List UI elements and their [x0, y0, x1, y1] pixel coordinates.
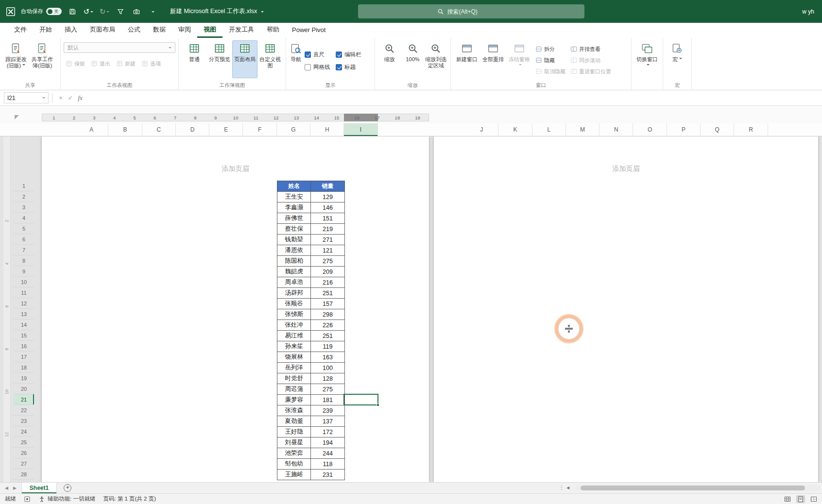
hscroll-left-arrow-icon[interactable]: ◀	[566, 486, 569, 490]
value-cell[interactable]: 151	[311, 213, 344, 224]
row-header[interactable]: 18	[14, 362, 34, 373]
sheet-page-1[interactable]: 添加页眉 姓名 销量 王生安 129 李鑫灏 146 薛佛世 151	[42, 136, 429, 482]
name-cell[interactable]: 王好隐	[277, 427, 311, 437]
name-cell[interactable]: 孙来笙	[277, 341, 311, 352]
row-header[interactable]: 17	[14, 352, 34, 362]
value-cell[interactable]: 163	[311, 352, 344, 363]
window-small-button[interactable]: 隐藏	[533, 55, 567, 65]
window-small-button[interactable]: 取消隐藏	[533, 67, 567, 76]
value-cell[interactable]: 157	[311, 299, 344, 309]
name-cell[interactable]: 廉梦容	[277, 395, 311, 405]
table-header-cell[interactable]: 姓名	[277, 181, 311, 192]
sheet-tab[interactable]: Sheet1	[21, 483, 57, 493]
ribbon-tab[interactable]: 文件	[8, 23, 33, 38]
row-header[interactable]: 8	[14, 255, 34, 266]
row-header[interactable]: 12	[14, 298, 34, 309]
window-button[interactable]: 冻结窗格	[506, 40, 532, 78]
row-header[interactable]: 28	[14, 469, 34, 480]
row-header[interactable]: 1	[14, 181, 34, 191]
name-cell[interactable]: 池荣弈	[277, 448, 311, 459]
column-header[interactable]: R	[734, 123, 768, 136]
search-input[interactable]	[447, 8, 506, 15]
column-header[interactable]: L	[532, 123, 566, 136]
row-header[interactable]: 27	[14, 458, 34, 469]
undo-button[interactable]: ↺	[83, 6, 94, 17]
value-cell[interactable]: 121	[311, 245, 344, 256]
sheet-view-button[interactable]: 退出	[89, 59, 112, 68]
row-header[interactable]: 23	[14, 416, 34, 426]
table-header-cell[interactable]: 销量	[311, 181, 344, 192]
document-title[interactable]: 新建 Microsoft Excel 工作表.xlsx	[170, 7, 264, 16]
column-header[interactable]: E	[209, 123, 243, 136]
user-name[interactable]: w yh	[802, 0, 814, 23]
window-small-button[interactable]: 并排查看	[568, 44, 613, 54]
row-header[interactable]: 4	[14, 213, 34, 223]
share-button[interactable]: 跟踪更改(旧版)	[3, 40, 29, 78]
filter-button[interactable]	[115, 6, 126, 17]
name-cell[interactable]: 汤辟邦	[277, 288, 311, 299]
row-header[interactable]: 25	[14, 437, 34, 448]
share-button[interactable]: 共享工作簿(旧版)	[29, 40, 55, 78]
name-cell[interactable]: 时党舒	[277, 373, 311, 384]
insert-function-button[interactable]: fx	[75, 93, 85, 103]
window-button[interactable]: 新建窗口	[454, 40, 480, 78]
name-cell[interactable]: 魏皑虎	[277, 267, 311, 277]
ribbon-tab[interactable]: 帮助	[260, 23, 286, 38]
value-cell[interactable]: 251	[311, 288, 344, 299]
value-cell[interactable]: 271	[311, 235, 344, 245]
column-header[interactable]: F	[243, 123, 276, 136]
value-cell[interactable]: 244	[311, 448, 344, 459]
ribbon-tab[interactable]: 数据	[147, 23, 172, 38]
name-cell[interactable]: 陈国柏	[277, 256, 311, 267]
tab-scroll-grip-icon[interactable]: ⋮	[559, 484, 565, 491]
column-header[interactable]: D	[176, 123, 209, 136]
name-cell[interactable]: 李鑫灏	[277, 202, 311, 213]
name-cell[interactable]: 潘恩依	[277, 245, 311, 256]
show-checkbox[interactable]: 直尺	[305, 49, 336, 61]
autosave-toggle[interactable]: 关	[46, 8, 62, 15]
column-header[interactable]: N	[599, 123, 633, 136]
column-header[interactable]: C	[142, 123, 176, 136]
redo-button[interactable]: ↻	[99, 6, 110, 17]
row-header[interactable]: 19	[14, 373, 34, 384]
row-header[interactable]: 21	[14, 394, 34, 405]
column-header[interactable]: J	[465, 123, 498, 136]
autosave-control[interactable]: 自动保存 关	[21, 8, 62, 15]
name-cell[interactable]: 薛佛世	[277, 213, 311, 224]
name-cell[interactable]: 蔡壮保	[277, 224, 311, 235]
sheet-nav-right-icon[interactable]: ▶	[13, 486, 17, 490]
value-cell[interactable]: 100	[311, 363, 344, 373]
column-header[interactable]: B	[108, 123, 142, 136]
add-header-placeholder[interactable]: 添加页眉	[42, 165, 429, 173]
column-header[interactable]: A	[75, 123, 108, 136]
page-layout-view-button[interactable]	[796, 495, 805, 503]
name-cell[interactable]: 张悌斯	[277, 309, 311, 320]
value-cell[interactable]: 172	[311, 427, 344, 437]
zoom-button[interactable]: 缩放	[378, 40, 401, 78]
horizontal-scrollbar[interactable]	[576, 485, 820, 491]
add-sheet-button[interactable]: +	[64, 484, 71, 492]
name-cell[interactable]: 周迟蒲	[277, 384, 311, 395]
row-header[interactable]: 10	[14, 277, 34, 287]
row-header[interactable]: 24	[14, 426, 34, 437]
macros-button[interactable]: 宏	[666, 40, 688, 78]
row-header[interactable]: 9	[14, 266, 34, 277]
workbook-view-button[interactable]: 普通	[182, 40, 207, 78]
row-header[interactable]: 7	[14, 245, 34, 255]
name-cell[interactable]: 刘昼星	[277, 437, 311, 448]
save-button[interactable]	[67, 6, 78, 17]
window-small-button[interactable]: 拆分	[533, 44, 567, 54]
name-box[interactable]: I21	[4, 92, 49, 103]
fill-handle[interactable]	[377, 403, 379, 406]
column-header[interactable]: H	[310, 123, 344, 136]
workbook-view-button[interactable]: 分页预览	[207, 40, 232, 78]
row-header[interactable]: 11	[14, 287, 34, 298]
value-cell[interactable]: 219	[311, 224, 344, 235]
value-cell[interactable]: 231	[311, 470, 344, 480]
ribbon-tab[interactable]: 页面布局	[84, 23, 121, 38]
value-cell[interactable]: 275	[311, 384, 344, 395]
column-header[interactable]: P	[667, 123, 701, 136]
row-header[interactable]: 13	[14, 309, 34, 319]
name-cell[interactable]: 邹包幼	[277, 459, 311, 470]
switch-window-button[interactable]: 切换窗口	[634, 40, 660, 78]
